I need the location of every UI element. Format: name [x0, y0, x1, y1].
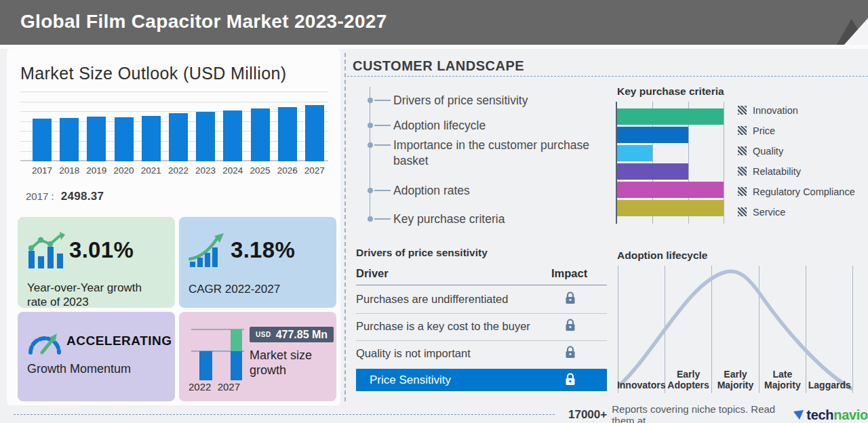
page-title: Global Film Capacitor Market 2023-2027	[20, 11, 387, 33]
x-tick-2020: 2020	[111, 165, 138, 176]
momentum-value: ACCELERATING	[66, 334, 172, 348]
growth-mini-chart	[189, 321, 250, 382]
hatch-swatch-icon	[738, 187, 747, 196]
x-tick-2019: 2019	[83, 165, 110, 176]
cagr-label: CAGR 2022-2027	[189, 282, 317, 296]
x-tick-2017: 2017	[28, 165, 56, 176]
list-item-key-purchase-criteria: Key purchase criteria	[393, 212, 597, 227]
driver-row-3: Quality is not important	[356, 340, 607, 367]
list-item-adoption-lifecycle: Adoption lifecycle	[393, 118, 597, 134]
growth-amount: 477.85 Mn	[276, 329, 328, 341]
bar-2019	[87, 117, 106, 161]
list-item-purchase-basket: Importance in the customer purchase bask…	[393, 138, 597, 169]
kpc-bar-regulatory-compliance	[617, 182, 724, 198]
lifecycle-label-early-adopters: Early Adopters	[665, 369, 711, 390]
market-size-title: Market Size Outlook (USD Million)	[20, 64, 286, 83]
market-size-x-axis: 2017201820192020202120222023202420252026…	[28, 165, 328, 176]
kpc-bar-service	[617, 200, 724, 216]
kpc-bar-innovation	[617, 108, 724, 125]
legend-item: Regulatory Compliance	[738, 187, 855, 196]
base-year-number: 2498.37	[61, 190, 104, 203]
bar-2026	[278, 107, 297, 161]
bar-2022	[169, 113, 188, 161]
adoption-lifecycle-chart: InnovatorsEarly AdoptersEarly MajorityLa…	[618, 266, 853, 393]
legend-item: Price	[738, 126, 855, 135]
lock-icon	[565, 319, 576, 332]
market-size-bars	[28, 92, 328, 161]
bar-2017	[33, 119, 52, 161]
technavio-logo[interactable]: technavio	[793, 407, 868, 423]
legend-label: Relatability	[753, 166, 801, 177]
col-impact: Impact	[551, 267, 587, 280]
x-tick-2018: 2018	[56, 165, 83, 176]
legend-label: Price	[753, 125, 775, 136]
legend-label: Regulatory Compliance	[753, 186, 855, 197]
bar-2018	[60, 118, 79, 161]
cagr-trend-icon	[189, 232, 226, 268]
yoy-growth-value: 3.01%	[69, 237, 134, 263]
x-tick-2025: 2025	[247, 165, 274, 176]
x-tick-2027: 2027	[301, 165, 328, 176]
growth-amount-badge: USD 477.85 Mn	[250, 327, 334, 342]
x-tick-2022: 2022	[165, 165, 192, 176]
lock-icon	[565, 346, 576, 359]
lifecycle-label-early-majority: Early Majority	[712, 369, 759, 390]
base-year-label: 2017 :	[26, 190, 54, 202]
hatch-swatch-icon	[738, 146, 747, 155]
adoption-lifecycle-labels: InnovatorsEarly AdoptersEarly MajorityLa…	[618, 369, 853, 390]
footer: 17000+ Reports covering niche topics. Re…	[568, 403, 868, 423]
brand-tech: tech	[806, 407, 833, 423]
market-size-card: Market Size Outlook (USD Million) 201720…	[7, 49, 340, 405]
key-purchase-criteria-legend: InnovationPriceQualityRelatabilityRegula…	[738, 106, 855, 216]
kpc-bar-price	[617, 127, 688, 143]
report-count: 17000+	[568, 408, 607, 422]
list-item-price-sensitivity: Drivers of price sensitivity	[393, 93, 597, 108]
infographic-canvas: Global Film Capacitor Market 2023-2027 M…	[0, 0, 868, 423]
legend-label: Innovation	[753, 105, 798, 116]
market-growth-box: 2022 2027 USD 477.85 Mn Market size grow…	[179, 312, 336, 401]
connector-line	[370, 87, 370, 220]
lock-icon	[565, 291, 576, 305]
yoy-growth-box: 3.01% Year-over-Year growth rate of 2023	[18, 217, 175, 308]
customer-landscape-heading: CUSTOMER LANDSCAPE	[353, 58, 524, 74]
legend-item: Quality	[738, 146, 855, 155]
bar-2023	[196, 112, 215, 161]
driver-row-2-text: Purchase is a key cost to the buyer	[356, 320, 530, 333]
hatch-swatch-icon	[738, 207, 747, 216]
col-driver: Driver	[356, 267, 389, 279]
adoption-lifecycle-title: Adoption lifecycle	[617, 249, 708, 262]
drivers-table-header: Driver Impact	[356, 267, 607, 280]
technavio-arrow-icon	[793, 409, 804, 420]
x-tick-2024: 2024	[219, 165, 246, 176]
hatch-swatch-icon	[738, 126, 747, 135]
legend-item: Innovation	[738, 106, 855, 115]
bar-2027	[305, 105, 324, 161]
lifecycle-label-innovators: Innovators	[618, 369, 665, 390]
footer-dashed-line	[14, 414, 555, 415]
driver-row-1-text: Purchases are undifferentiated	[356, 293, 508, 306]
mini-year-2027: 2027	[218, 381, 240, 392]
cagr-box: 3.18% CAGR 2022-2027	[179, 217, 336, 308]
kpc-bar-quality	[617, 145, 652, 161]
customer-landscape-list: Drivers of price sensitivity Adoption li…	[347, 81, 618, 225]
footer-text: Reports covering niche topics. Read them…	[612, 403, 788, 423]
hatch-swatch-icon	[738, 106, 747, 115]
list-item-adoption-rates: Adoption rates	[393, 183, 597, 199]
key-purchase-criteria-chart	[616, 102, 724, 224]
lifecycle-label-laggards: Laggards	[806, 369, 853, 390]
momentum-label: Growth Momentum	[27, 362, 131, 376]
price-sensitivity-highlight-row: Price Sensitivity	[356, 369, 607, 391]
currency-label: USD	[256, 331, 271, 338]
market-growth-label: Market size growth	[250, 348, 328, 378]
momentum-box: ACCELERATING Growth Momentum	[18, 312, 175, 401]
kpc-bar-relatability	[617, 163, 688, 180]
bar-2021	[142, 116, 161, 161]
lock-icon	[565, 373, 576, 386]
legend-item: Service	[738, 207, 855, 216]
gridline	[724, 102, 724, 224]
legend-label: Service	[753, 207, 785, 218]
heading-dashed-underline	[347, 76, 868, 77]
drivers-title: Drivers of price sensitivity	[356, 247, 488, 259]
x-tick-2021: 2021	[138, 165, 165, 176]
lifecycle-label-late-majority: Late Majority	[759, 369, 806, 390]
